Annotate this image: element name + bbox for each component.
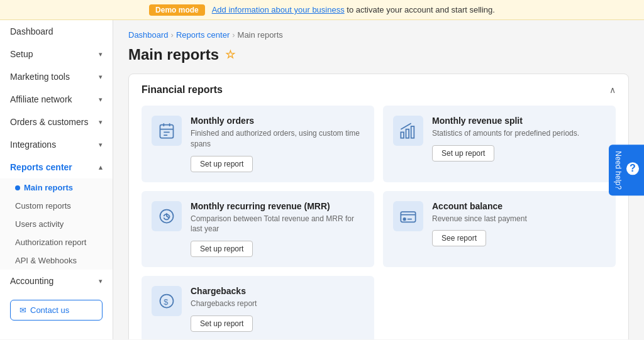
financial-section-title: Financial reports bbox=[142, 84, 223, 96]
sidebar-subitem-main-reports[interactable]: Main reports bbox=[0, 178, 113, 197]
reports-subitems: Main reports Custom reports Users activi… bbox=[0, 178, 113, 270]
mrr-button[interactable]: Set up report bbox=[191, 241, 253, 257]
monthly-revenue-icon bbox=[393, 116, 423, 146]
breadcrumb-sep-1: › bbox=[171, 30, 174, 40]
demo-badge: Demo mode bbox=[149, 4, 205, 16]
chevron-down-icon: ▾ bbox=[99, 50, 103, 58]
page-title: Main reports ☆ bbox=[128, 46, 629, 63]
monthly-revenue-button[interactable]: Set up report bbox=[432, 145, 494, 162]
chevron-down-icon: ▾ bbox=[99, 277, 103, 285]
svg-rect-7 bbox=[406, 129, 409, 138]
svg-rect-10 bbox=[401, 212, 415, 222]
svg-rect-0 bbox=[160, 125, 174, 138]
contact-us-button[interactable]: ✉ Contact us bbox=[10, 300, 103, 321]
demo-banner: Demo mode Add information about your bus… bbox=[0, 0, 644, 20]
chargebacks-button[interactable]: Set up report bbox=[191, 315, 253, 332]
help-label: Need help? bbox=[614, 151, 623, 189]
sidebar-item-accounting[interactable]: Accounting ▾ bbox=[0, 270, 113, 292]
sidebar: Dashboard Setup ▾ Marketing tools ▾ Affi… bbox=[0, 20, 113, 339]
account-balance-title: Account balance bbox=[432, 201, 606, 211]
sidebar-item-setup[interactable]: Setup ▾ bbox=[0, 43, 113, 65]
monthly-orders-title: Monthly orders bbox=[191, 116, 364, 126]
monthly-orders-desc: Finished and authorized orders, using cu… bbox=[191, 128, 364, 150]
active-dot-icon bbox=[15, 185, 20, 190]
chevron-down-icon: ▾ bbox=[99, 96, 103, 104]
add-info-link[interactable]: Add information about your business bbox=[212, 5, 345, 14]
monthly-orders-button[interactable]: Set up report bbox=[191, 156, 253, 172]
financial-section-header[interactable]: Financial reports ∧ bbox=[129, 74, 628, 106]
chargebacks-title: Chargebacks bbox=[191, 286, 364, 296]
chevron-down-icon: ▾ bbox=[99, 73, 103, 81]
breadcrumb-sep-2: › bbox=[232, 30, 235, 40]
breadcrumb: Dashboard › Reports center › Main report… bbox=[128, 30, 629, 40]
chevron-down-icon: ▾ bbox=[99, 141, 103, 149]
sidebar-item-dashboard[interactable]: Dashboard bbox=[0, 20, 113, 43]
mrr-desc: Comparison between Total revenue and MRR… bbox=[191, 214, 364, 235]
svg-point-12 bbox=[403, 218, 406, 221]
monthly-orders-info: Monthly orders Finished and authorized o… bbox=[191, 116, 364, 172]
svg-rect-6 bbox=[401, 132, 404, 138]
app-layout: Dashboard Setup ▾ Marketing tools ▾ Affi… bbox=[0, 20, 644, 339]
monthly-revenue-desc: Statistics of amounts for predefined per… bbox=[432, 128, 606, 139]
sidebar-subitem-users-activity[interactable]: Users activity bbox=[0, 215, 113, 233]
mrr-info: Monthly recurring revenue (MRR) Comparis… bbox=[191, 201, 364, 258]
financial-reports-grid: Monthly orders Finished and authorized o… bbox=[129, 106, 628, 339]
envelope-icon: ✉ bbox=[19, 305, 26, 315]
report-card-account-balance: Account balance Revenue since last payme… bbox=[383, 191, 616, 268]
chevron-up-icon: ▴ bbox=[99, 163, 103, 172]
breadcrumb-dashboard[interactable]: Dashboard bbox=[128, 30, 169, 40]
monthly-revenue-title: Monthly revenue split bbox=[432, 116, 606, 126]
banner-message: to activate your account and start selli… bbox=[347, 5, 495, 14]
chevron-up-icon: ∧ bbox=[609, 85, 616, 95]
favorite-star-icon[interactable]: ☆ bbox=[225, 48, 235, 62]
svg-text:$: $ bbox=[164, 297, 168, 307]
report-card-chargebacks: $ Chargebacks Chargebacks report Set up … bbox=[142, 276, 374, 339]
report-card-monthly-revenue: Monthly revenue split Statistics of amou… bbox=[383, 106, 616, 182]
sidebar-subitem-api-webhooks[interactable]: API & Webhooks bbox=[0, 251, 113, 270]
sidebar-item-reports[interactable]: Reports center ▴ bbox=[0, 156, 113, 178]
main-content: Dashboard › Reports center › Main report… bbox=[113, 20, 644, 339]
breadcrumb-reports-center[interactable]: Reports center bbox=[176, 30, 230, 40]
monthly-orders-icon bbox=[152, 116, 182, 146]
mrr-title: Monthly recurring revenue (MRR) bbox=[191, 201, 364, 211]
sidebar-item-orders[interactable]: Orders & customers ▾ bbox=[0, 111, 113, 133]
breadcrumb-current: Main reports bbox=[238, 30, 283, 40]
sidebar-item-affiliate[interactable]: Affiliate network ▾ bbox=[0, 88, 113, 111]
help-question-icon: ? bbox=[626, 162, 639, 175]
sidebar-item-integrations[interactable]: Integrations ▾ bbox=[0, 133, 113, 156]
chevron-down-icon: ▾ bbox=[99, 118, 103, 126]
account-balance-button[interactable]: See report bbox=[432, 230, 486, 246]
sidebar-subitem-authorization-report[interactable]: Authorization report bbox=[0, 233, 113, 251]
svg-rect-8 bbox=[411, 126, 414, 138]
need-help-tab[interactable]: ? Need help? bbox=[609, 145, 644, 195]
sidebar-item-marketing[interactable]: Marketing tools ▾ bbox=[0, 65, 113, 88]
sidebar-subitem-custom-reports[interactable]: Custom reports bbox=[0, 197, 113, 215]
account-balance-info: Account balance Revenue since last payme… bbox=[432, 201, 606, 247]
mrr-icon bbox=[152, 201, 182, 231]
report-card-mrr: Monthly recurring revenue (MRR) Comparis… bbox=[142, 191, 374, 268]
chargebacks-icon: $ bbox=[152, 286, 182, 316]
report-card-monthly-orders: Monthly orders Finished and authorized o… bbox=[142, 106, 374, 182]
financial-reports-section: Financial reports ∧ bbox=[128, 74, 629, 339]
monthly-revenue-info: Monthly revenue split Statistics of amou… bbox=[432, 116, 606, 162]
account-balance-desc: Revenue since last payment bbox=[432, 214, 606, 224]
chargebacks-info: Chargebacks Chargebacks report Set up re… bbox=[191, 286, 364, 332]
chargebacks-desc: Chargebacks report bbox=[191, 299, 364, 309]
account-balance-icon bbox=[393, 201, 423, 231]
